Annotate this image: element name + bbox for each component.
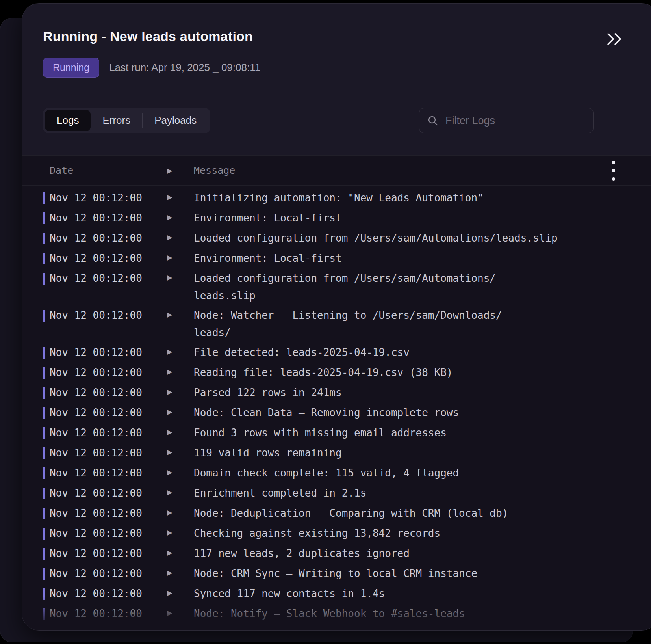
play-icon: ▶ <box>167 343 172 360</box>
log-row[interactable]: Nov 12 00:12:00 ▶ Domain check complete:… <box>43 463 651 483</box>
expand-row-icon[interactable]: ▶ <box>162 189 178 207</box>
log-row-timestamp: Nov 12 00:12:00 <box>50 384 162 401</box>
expand-row-icon[interactable]: ▶ <box>162 525 178 542</box>
log-accent-bar <box>43 588 45 600</box>
log-row-timestamp: Nov 12 00:12:00 <box>50 545 162 562</box>
log-row-message: File detected: leads-2025-04-19.csv <box>194 344 410 361</box>
expand-row-icon[interactable]: ▶ <box>162 249 178 267</box>
tab-payloads[interactable]: Payloads <box>143 110 208 131</box>
log-row[interactable]: Nov 12 00:12:00 ▶ Checking against exist… <box>43 523 651 543</box>
log-accent-bar <box>43 212 45 224</box>
log-row[interactable]: Nov 12 00:12:00 ▶ Node: Clean Data — Rem… <box>43 403 651 423</box>
log-row-message: Parsed 122 rows in 241ms <box>194 384 342 401</box>
log-row-timestamp: Nov 12 00:12:00 <box>50 404 162 421</box>
expand-row-icon[interactable]: ▶ <box>162 565 178 583</box>
expand-row-icon[interactable]: ▶ <box>162 270 178 287</box>
expand-row-icon[interactable]: ▶ <box>162 484 178 502</box>
log-row-message: Node: CRM Sync — Writing to local CRM in… <box>194 565 477 582</box>
expand-row-icon[interactable]: ▶ <box>162 444 178 462</box>
log-row-message: Domain check complete: 115 valid, 4 flag… <box>194 464 459 482</box>
play-icon: ▶ <box>167 504 172 521</box>
chevrons-right-icon[interactable] <box>605 31 624 48</box>
title-row: Running - New leads automation <box>43 28 624 48</box>
toolbar: Logs Errors Payloads <box>43 108 624 133</box>
log-row[interactable]: Nov 12 00:12:00 ▶ Loaded configuration f… <box>43 268 651 305</box>
play-icon: ▶ <box>167 269 172 286</box>
log-table-header: Date ▶ Message <box>22 156 651 186</box>
tab-logs[interactable]: Logs <box>45 110 91 131</box>
log-row-message: Enrichment completed in 2.1s <box>194 484 366 502</box>
expand-row-icon[interactable]: ▶ <box>162 464 178 482</box>
log-accent-bar <box>43 192 45 204</box>
log-accent-bar <box>43 467 45 479</box>
expand-row-icon[interactable]: ▶ <box>162 504 178 522</box>
expand-row-icon[interactable]: ▶ <box>162 364 178 382</box>
log-row[interactable]: Nov 12 00:12:00 ▶ Environment: Local-fir… <box>43 248 651 268</box>
log-row-message: Loaded configuration from /Users/sam/Aut… <box>194 229 558 247</box>
play-icon: ▶ <box>167 188 172 206</box>
log-accent-bar <box>43 548 45 560</box>
log-row-timestamp: Nov 12 00:12:00 <box>50 307 162 324</box>
expand-row-icon[interactable]: ▶ <box>162 585 178 603</box>
log-row-message: Node: Notify — Slack Webhook to #sales-l… <box>194 605 465 622</box>
play-icon: ▶ <box>167 167 172 175</box>
expand-row-icon[interactable]: ▶ <box>162 424 178 442</box>
log-row-message: 119 valid rows remaining <box>194 444 342 462</box>
log-row[interactable]: Nov 12 00:12:00 ▶ Reading file: leads-20… <box>43 363 651 383</box>
expand-row-icon[interactable]: ▶ <box>162 344 178 361</box>
log-row-message: Node: CRM Sync — Writing to local CRM in… <box>194 625 477 630</box>
log-row[interactable]: Nov 12 00:12:00 ▶ Enrichment completed i… <box>43 483 651 503</box>
log-row[interactable]: Nov 12 00:12:00 ▶ Parsed 122 rows in 241… <box>43 383 651 403</box>
log-row-timestamp: Nov 12 00:12:00 <box>50 189 162 207</box>
page-title: Running - New leads automation <box>43 28 253 45</box>
log-row-timestamp: Nov 12 00:12:00 <box>50 565 162 582</box>
filter-logs-input[interactable] <box>445 115 585 127</box>
log-row[interactable]: Nov 12 00:12:00 ▶ 117 new leads, 2 dupli… <box>43 543 651 564</box>
log-row[interactable]: Nov 12 00:12:00 ▶ Node: Watcher — Listen… <box>43 305 651 342</box>
log-row-timestamp: Nov 12 00:12:00 <box>50 209 162 227</box>
log-row[interactable]: Nov 12 00:12:00 ▶ Environment: Local-fir… <box>43 208 651 228</box>
log-row[interactable]: Nov 12 00:12:00 ▶ Node: CRM Sync — Writi… <box>43 624 651 630</box>
tab-errors[interactable]: Errors <box>91 110 142 131</box>
log-accent-bar <box>43 253 45 264</box>
expand-row-icon[interactable]: ▶ <box>162 307 178 324</box>
log-row-timestamp: Nov 12 00:12:00 <box>50 424 162 441</box>
log-row[interactable]: Nov 12 00:12:00 ▶ Synced 117 new contact… <box>43 584 651 604</box>
log-row-message: Node: Clean Data — Removing incomplete r… <box>194 404 459 421</box>
log-row-timestamp: Nov 12 00:12:00 <box>50 525 162 542</box>
log-row[interactable]: Nov 12 00:12:00 ▶ File detected: leads-2… <box>43 342 651 363</box>
kebab-menu-icon[interactable] <box>610 158 618 183</box>
log-row[interactable]: Nov 12 00:12:00 ▶ Initializing automatio… <box>43 188 651 208</box>
log-row[interactable]: Nov 12 00:12:00 ▶ Node: Deduplication — … <box>43 503 651 523</box>
expand-row-icon[interactable]: ▶ <box>162 404 178 422</box>
column-header-expand: ▶ <box>162 165 178 176</box>
log-row[interactable]: Nov 12 00:12:00 ▶ Node: CRM Sync — Writi… <box>43 564 651 584</box>
expand-row-icon[interactable]: ▶ <box>162 384 178 402</box>
log-row[interactable]: Nov 12 00:12:00 ▶ Loaded configuration f… <box>43 228 651 248</box>
log-row[interactable]: Nov 12 00:12:00 ▶ Node: Notify — Slack W… <box>43 604 651 624</box>
log-row[interactable]: Nov 12 00:12:00 ▶ 119 valid rows remaini… <box>43 443 651 463</box>
expand-row-icon[interactable]: ▶ <box>162 229 178 247</box>
play-icon: ▶ <box>167 443 172 461</box>
play-icon: ▶ <box>167 524 172 541</box>
play-icon: ▶ <box>167 544 172 561</box>
log-accent-bar <box>43 273 45 285</box>
play-icon: ▶ <box>167 306 172 323</box>
expand-row-icon[interactable]: ▶ <box>162 605 178 623</box>
play-icon: ▶ <box>167 624 172 630</box>
play-icon: ▶ <box>167 208 172 226</box>
log-accent-bar <box>43 628 45 630</box>
log-row-timestamp: Nov 12 00:12:00 <box>50 625 162 630</box>
log-accent-bar <box>43 528 45 540</box>
log-row-message: Environment: Local-first <box>194 209 342 227</box>
log-accent-bar <box>43 427 45 439</box>
expand-row-icon[interactable]: ▶ <box>162 625 178 630</box>
log-accent-bar <box>43 233 45 244</box>
play-icon: ▶ <box>167 403 172 421</box>
log-rows: Nov 12 00:12:00 ▶ Initializing automatio… <box>22 186 651 630</box>
log-row[interactable]: Nov 12 00:12:00 ▶ Found 3 rows with miss… <box>43 423 651 443</box>
status-row: Running Last run: Apr 19, 2025 _ 09:08:1… <box>43 58 624 78</box>
filter-logs-field[interactable] <box>419 108 594 133</box>
expand-row-icon[interactable]: ▶ <box>162 209 178 227</box>
expand-row-icon[interactable]: ▶ <box>162 545 178 562</box>
